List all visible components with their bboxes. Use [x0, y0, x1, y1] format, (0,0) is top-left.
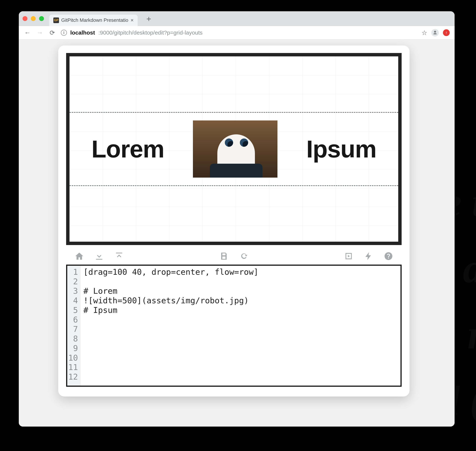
nav-forward-button[interactable]: → — [36, 29, 43, 36]
site-info-icon[interactable]: i — [61, 30, 67, 36]
new-tab-button[interactable]: ＋ — [145, 13, 153, 24]
expand-button[interactable] — [343, 251, 354, 262]
help-button[interactable] — [383, 251, 394, 262]
slide-preview-frame: Lorem Ipsum — [66, 53, 402, 245]
window-zoom-button[interactable] — [39, 16, 44, 21]
nav-back-button[interactable]: ← — [24, 29, 31, 36]
url-host: localhost — [70, 30, 95, 36]
url-path: :9000/gitpitch/desktop/edit?p=grid-layou… — [99, 30, 203, 36]
tab-title: GitPitch Markdown Presentatio — [61, 17, 128, 23]
tab-favicon: GP — [53, 18, 59, 23]
refresh-button[interactable] — [238, 251, 249, 262]
home-button[interactable] — [74, 251, 85, 262]
slide-preview[interactable]: Lorem Ipsum — [69, 56, 398, 242]
bolt-button[interactable] — [363, 251, 374, 262]
window-titlebar: GP GitPitch Markdown Presentatio × ＋ — [19, 11, 455, 26]
editor-code[interactable]: [drag=100 40, drop=center, flow=row] # L… — [80, 266, 401, 386]
traffic-lights — [23, 16, 44, 21]
grid-drop-region: Lorem Ipsum — [69, 112, 398, 186]
page-viewport: Lorem Ipsum — [19, 39, 455, 426]
upload-button[interactable] — [113, 251, 125, 262]
save-button[interactable] — [218, 251, 229, 262]
bookmark-star-icon[interactable]: ☆ — [421, 29, 427, 37]
editor-gutter: 1 2 3 4 5 6 7 8 9 10 11 12 — [67, 266, 80, 386]
browser-window: GP GitPitch Markdown Presentatio × ＋ ← →… — [19, 11, 455, 426]
extension-badge-icon[interactable]: ↑ — [443, 29, 450, 36]
window-minimize-button[interactable] — [31, 16, 36, 21]
editor-toolbar — [66, 248, 402, 265]
slide-image — [193, 120, 278, 178]
profile-avatar-icon[interactable] — [431, 29, 439, 37]
url-input[interactable]: i localhost:9000/gitpitch/desktop/edit?p… — [61, 30, 417, 36]
app-panel: Lorem Ipsum — [58, 45, 409, 396]
nav-reload-button[interactable]: ⟳ — [49, 29, 56, 37]
slide-heading-right: Ipsum — [306, 135, 377, 163]
window-close-button[interactable] — [23, 16, 27, 21]
slide-heading-left: Lorem — [92, 135, 164, 163]
address-bar: ← → ⟳ i localhost:9000/gitpitch/desktop/… — [19, 26, 455, 39]
tab-close-icon[interactable]: × — [130, 17, 134, 23]
markdown-editor[interactable]: 1 2 3 4 5 6 7 8 9 10 11 12 [drag=100 40,… — [66, 265, 402, 387]
browser-tab[interactable]: GP GitPitch Markdown Presentatio × — [49, 15, 138, 26]
download-button[interactable] — [93, 251, 105, 262]
